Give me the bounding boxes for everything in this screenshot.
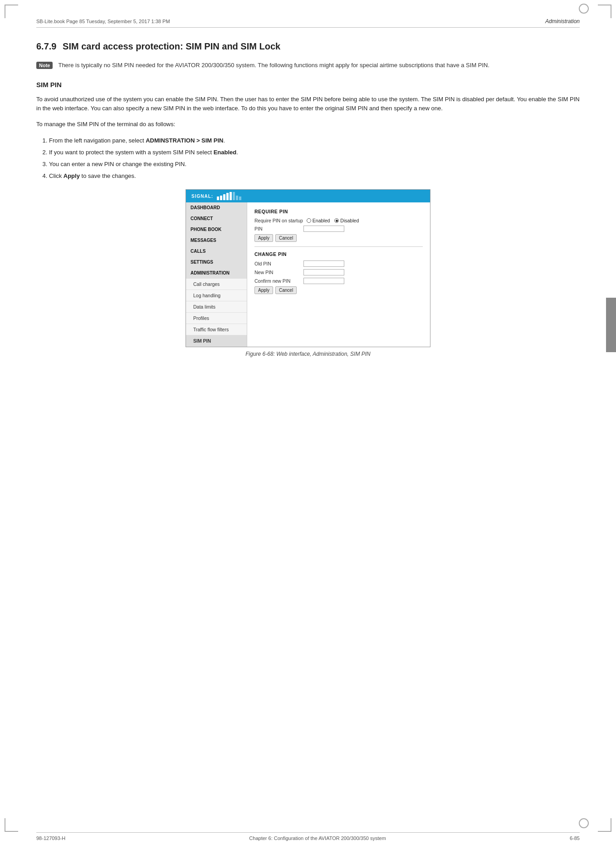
cancel-button-2[interactable]: Cancel xyxy=(275,286,297,294)
web-mockup: SIGNAL: DASHBOARD CONNECT xyxy=(186,189,430,347)
mockup-body: DASHBOARD CONNECT PHONE BOOK MESSAGES CA… xyxy=(186,202,430,347)
section-title: SIM card access protection: SIM PIN and … xyxy=(63,41,280,51)
signal-bar-7 xyxy=(236,196,238,200)
pin-input[interactable] xyxy=(303,226,344,232)
radio-disabled-circle[interactable] xyxy=(334,218,339,223)
figure-caption: Figure 6-68: Web interface, Administrati… xyxy=(245,351,370,357)
corner-mark-tl xyxy=(5,5,18,18)
signal-bar-8 xyxy=(239,197,241,200)
radio-group: Enabled Disabled xyxy=(307,218,359,223)
change-pin-buttons: Apply Cancel xyxy=(254,286,423,294)
nav-dashboard[interactable]: DASHBOARD xyxy=(186,202,247,213)
body-para-2: To manage the SIM PIN of the terminal do… xyxy=(36,120,580,129)
signal-bar-1 xyxy=(217,197,219,200)
mockup-content: REQUIRE PIN Require PIN on startup Enabl… xyxy=(247,202,430,347)
corner-mark-tr xyxy=(598,5,611,18)
radio-disabled-label: Disabled xyxy=(340,218,359,223)
screenshot-container: SIGNAL: DASHBOARD CONNECT xyxy=(36,189,580,357)
require-pin-buttons: Apply Cancel xyxy=(254,234,423,242)
old-pin-row: Old PIN xyxy=(254,260,423,267)
mockup-topbar: SIGNAL: xyxy=(186,190,430,202)
signal-bar-2 xyxy=(220,196,222,200)
new-pin-label: New PIN xyxy=(254,270,300,275)
pin-row: PIN xyxy=(254,226,423,232)
confirm-pin-label: Confirm new PIN xyxy=(254,278,300,284)
nav-profiles[interactable]: Profiles xyxy=(186,313,247,324)
note-text: There is typically no SIM PIN needed for… xyxy=(58,61,489,70)
radio-enabled-label: Enabled xyxy=(313,218,330,223)
footer-right: 6-85 xyxy=(570,835,580,841)
steps-list: From the left navigation pane, select AD… xyxy=(49,136,580,181)
sim-pin-heading: SIM PIN xyxy=(36,81,580,88)
target-circle-tr xyxy=(579,4,589,14)
nav-connect[interactable]: CONNECT xyxy=(186,213,247,224)
nav-traffic-flow-filters[interactable]: Traffic flow filters xyxy=(186,324,247,335)
corner-mark-br xyxy=(598,818,611,832)
nav-call-charges[interactable]: Call charges xyxy=(186,279,247,290)
apply-button-2[interactable]: Apply xyxy=(254,286,273,294)
nav-phone-book[interactable]: PHONE BOOK xyxy=(186,224,247,235)
signal-bar-6 xyxy=(233,192,235,200)
mockup-nav: DASHBOARD CONNECT PHONE BOOK MESSAGES CA… xyxy=(186,202,247,347)
require-pin-title: REQUIRE PIN xyxy=(254,209,423,214)
require-pin-row: Require PIN on startup Enabled Disabled xyxy=(254,218,423,223)
nav-administration[interactable]: ADMINISTRATION xyxy=(186,268,247,279)
cancel-button-1[interactable]: Cancel xyxy=(275,234,297,242)
section-heading: 6.7.9 SIM card access protection: SIM PI… xyxy=(36,41,580,52)
nav-messages[interactable]: MESSAGES xyxy=(186,235,247,246)
nav-log-handling[interactable]: Log handling xyxy=(186,290,247,301)
require-pin-label: Require PIN on startup xyxy=(254,218,303,223)
doc-ref: SB-Lite.book Page 85 Tuesday, September … xyxy=(36,19,170,24)
apply-button-1[interactable]: Apply xyxy=(254,234,273,242)
header-bar: SB-Lite.book Page 85 Tuesday, September … xyxy=(36,18,580,28)
nav-data-limits[interactable]: Data limits xyxy=(186,301,247,313)
footer-bar: 98-127093-H Chapter 6: Configuration of … xyxy=(36,832,580,841)
old-pin-input[interactable] xyxy=(303,260,344,267)
corner-mark-bl xyxy=(5,818,18,832)
signal-bar-5 xyxy=(230,192,232,200)
target-circle-br xyxy=(579,818,589,828)
old-pin-label: Old PIN xyxy=(254,261,300,266)
nav-sim-pin[interactable]: SIM PIN xyxy=(186,335,247,347)
section-number: 6.7.9 xyxy=(36,41,56,51)
signal-bar-4 xyxy=(226,193,229,200)
nav-settings[interactable]: SETTINGS xyxy=(186,257,247,268)
confirm-pin-row: Confirm new PIN xyxy=(254,278,423,284)
step-1: From the left navigation pane, select AD… xyxy=(49,136,580,146)
confirm-pin-input[interactable] xyxy=(303,278,344,284)
step-4: Click Apply to save the changes. xyxy=(49,171,580,181)
note-badge: Note xyxy=(36,62,53,69)
nav-calls[interactable]: CALLS xyxy=(186,246,247,257)
step-3: You can enter a new PIN or change the ex… xyxy=(49,159,580,169)
pin-label: PIN xyxy=(254,226,300,231)
radio-enabled-circle[interactable] xyxy=(307,218,311,223)
radio-enabled[interactable]: Enabled xyxy=(307,218,330,223)
signal-bar-3 xyxy=(223,194,225,200)
body-para-1: To avoid unauthorized use of the system … xyxy=(36,95,580,114)
new-pin-row: New PIN xyxy=(254,269,423,275)
change-pin-title: CHANGE PIN xyxy=(254,251,423,257)
footer-center: Chapter 6: Configuration of the AVIATOR … xyxy=(249,835,386,841)
radio-disabled[interactable]: Disabled xyxy=(334,218,359,223)
right-side-tab xyxy=(606,298,616,352)
step-2: If you want to protect the system with a… xyxy=(49,147,580,157)
new-pin-input[interactable] xyxy=(303,269,344,275)
footer-left: 98-127093-H xyxy=(36,835,65,841)
divider-1 xyxy=(254,246,423,247)
signal-bars xyxy=(217,192,241,200)
signal-label: SIGNAL: xyxy=(191,194,213,199)
page-header-right: Administration xyxy=(545,18,580,25)
note-box: Note There is typically no SIM PIN neede… xyxy=(36,61,580,70)
